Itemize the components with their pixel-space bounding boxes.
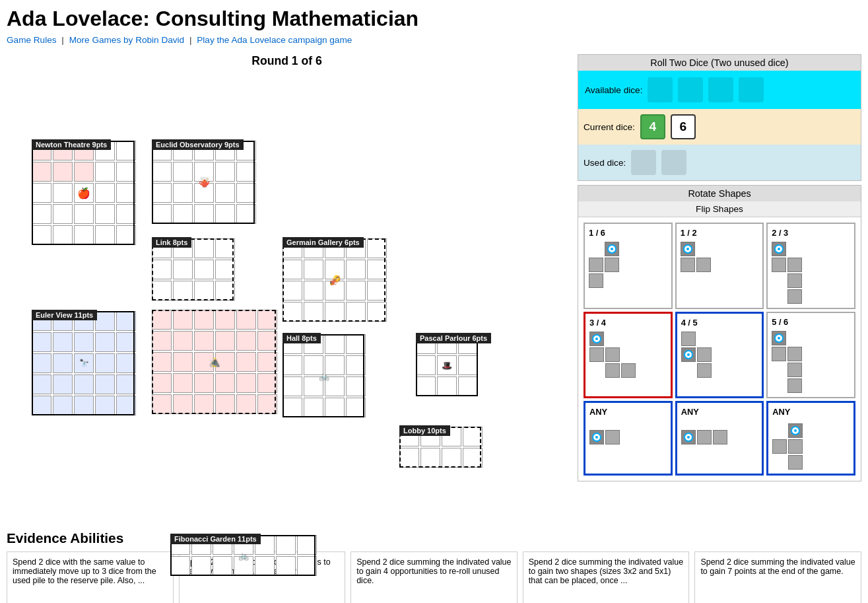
sep2: |	[189, 35, 192, 45]
room-lobby: Lobby 10pts	[399, 425, 483, 468]
room-label-germain: Germain Gallery 6pts	[283, 237, 364, 248]
evidence-card-2: Spend 2 dice summing the indivated value…	[351, 551, 517, 603]
room-label-newton: Newton Theatre 9pts	[32, 139, 111, 150]
shapes-grid: 1 / 6 1 / 2	[578, 217, 861, 481]
map-board: Newton Theatre 9pts 🍎	[7, 73, 528, 522]
room-label-fibonacci: Fibonacci Garden 11pts	[170, 534, 261, 544]
shape-1-2[interactable]: 1 / 2	[675, 223, 764, 309]
room-hall: Hall 8pts 🚲	[283, 333, 366, 417]
dice-panel: Roll Two Dice (Two unused dice) Availabl…	[578, 54, 861, 181]
current-label: Current dice:	[584, 122, 635, 132]
shape-label-2-3: 2 / 3	[772, 228, 850, 238]
page-title: Ada Lovelace: Consulting Mathematician	[7, 7, 861, 31]
room-label-pascal: Pascal Parlour 6pts	[416, 333, 491, 343]
nav-links: Game Rules | More Games by Robin David |…	[7, 35, 861, 45]
room-label-euclid: Euclid Observatory 9pts	[152, 139, 244, 150]
shape-label-3-4: 3 / 4	[589, 318, 667, 328]
shape-label-5-6: 5 / 6	[772, 317, 850, 327]
game-rules-link[interactable]: Game Rules	[7, 35, 57, 45]
available-die-3	[708, 77, 733, 102]
shape-any-3[interactable]: ANY	[766, 401, 855, 476]
room-pascal: Pascal Parlour 6pts 🎩	[416, 333, 478, 396]
used-label: Used dice:	[584, 158, 626, 168]
evidence-section: Evidence Abilities Spend 2 dice with the…	[7, 530, 861, 603]
evidence-card-0: Spend 2 dice with the same value to imme…	[7, 551, 174, 603]
round-label: Round 1 of 6	[7, 54, 567, 68]
room-central: 🪝 🔌	[152, 310, 277, 414]
sep1: |	[61, 35, 64, 45]
shape-label-1-2: 1 / 2	[681, 228, 759, 238]
evidence-card-3: Spend 2 dice summing the indivated value…	[523, 551, 690, 603]
room-euler: Euler View 11pts 🔭	[32, 310, 136, 415]
evidence-card-4: Spend 2 dice summing the indivated value…	[694, 551, 861, 603]
shape-any-2[interactable]: ANY	[675, 401, 764, 476]
map-container: Round 1 of 6 Newton Theatre 9pts 🍎	[7, 54, 567, 522]
dice-panel-header: Roll Two Dice (Two unused dice)	[578, 55, 861, 71]
shape-3-4[interactable]: 3 / 4	[584, 312, 673, 398]
room-fibonacci: Fibonacci Garden 11pts 🚲	[170, 534, 317, 576]
right-panel: Roll Two Dice (Two unused dice) Availabl…	[578, 54, 861, 522]
more-games-link[interactable]: More Games by Robin David	[69, 35, 185, 45]
shapes-header[interactable]: Rotate Shapes	[578, 186, 861, 201]
room-link: Link 8pts	[152, 237, 235, 301]
shape-label-any-2: ANY	[681, 407, 758, 417]
room-label-hall: Hall 8pts	[283, 333, 321, 343]
current-dice-area: Current dice: 4 6	[578, 109, 861, 145]
available-die-1	[648, 77, 673, 102]
available-die-4	[739, 77, 764, 102]
shape-label-1-6: 1 / 6	[589, 228, 667, 238]
shape-2-3[interactable]: 2 / 3	[766, 223, 855, 309]
room-label-link: Link 8pts	[152, 237, 191, 248]
shapes-panel: Rotate Shapes Flip Shapes 1 / 6	[578, 185, 861, 481]
shape-4-5[interactable]: 4 / 5	[675, 312, 764, 398]
room-euclid: Euclid Observatory 9pts 🍸 🫖	[152, 139, 256, 224]
room-germain: Germain Gallery 6pts 🔑 🎻	[283, 237, 387, 322]
evidence-title: Evidence Abilities	[7, 530, 861, 546]
shape-5-6[interactable]: 5 / 6	[766, 312, 855, 398]
main-layout: Round 1 of 6 Newton Theatre 9pts 🍎	[7, 54, 861, 522]
available-label: Available dice:	[585, 85, 642, 95]
current-die-1[interactable]: 4	[640, 114, 665, 139]
shape-label-any-1: ANY	[589, 407, 667, 417]
shape-label-4-5: 4 / 5	[681, 318, 758, 328]
used-dice-area: Used dice:	[578, 145, 861, 180]
used-die-2	[661, 150, 686, 175]
used-die-1	[631, 150, 656, 175]
shape-1-6[interactable]: 1 / 6	[584, 223, 673, 309]
available-die-2	[678, 77, 703, 102]
room-newton: Newton Theatre 9pts 🍎	[32, 139, 136, 245]
shapes-subheader[interactable]: Flip Shapes	[578, 201, 861, 217]
available-dice-area: Available dice:	[578, 71, 861, 109]
current-die-2[interactable]: 6	[671, 114, 696, 139]
campaign-link[interactable]: Play the Ada Lovelace campaign game	[197, 35, 352, 45]
evidence-cards: Spend 2 dice with the same value to imme…	[7, 551, 861, 603]
room-label-euler: Euler View 11pts	[32, 310, 97, 320]
shape-label-any-3: ANY	[772, 407, 850, 417]
room-label-lobby: Lobby 10pts	[399, 425, 450, 436]
shape-any-1[interactable]: ANY	[584, 401, 673, 476]
